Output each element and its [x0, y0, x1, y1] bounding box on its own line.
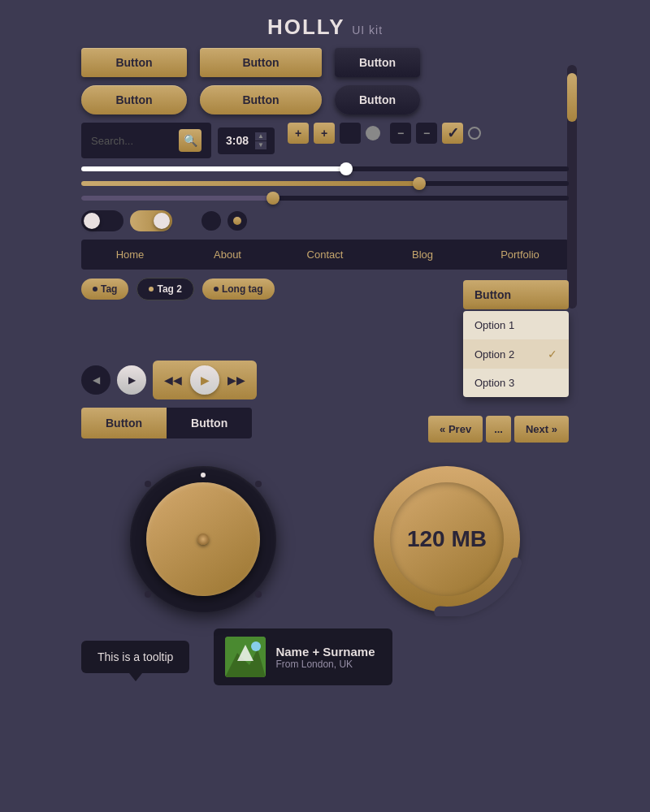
dropdown-option-2[interactable]: Option 2 ✓ [463, 339, 569, 369]
dropdown-button[interactable]: Button [463, 280, 569, 309]
dropdown-option-1[interactable]: Option 1 [463, 311, 569, 339]
stepper-up[interactable]: ▲ [255, 132, 266, 140]
radio-1[interactable] [202, 211, 221, 231]
ctrl-radio-empty[interactable] [468, 127, 481, 140]
search-placeholder: Search... [91, 135, 133, 147]
profile-image [225, 637, 266, 677]
mini-controls: + + − − ✓ [288, 123, 481, 144]
nav-home[interactable]: Home [81, 240, 179, 270]
slider-2[interactable] [81, 181, 569, 186]
nav-blog[interactable]: Blog [374, 240, 471, 270]
prev-track-button[interactable]: ◀ [81, 365, 110, 395]
dropdown-section: Button Option 1 Option 2 ✓ Option 3 [463, 280, 569, 309]
tag-3[interactable]: Long tag [202, 279, 275, 300]
play-main-button[interactable]: ▶ [190, 365, 219, 395]
button-2[interactable]: Button [200, 48, 322, 77]
app-title-sub: UI kit [352, 24, 383, 37]
search-input-wrapper[interactable]: Search... 🔍 [81, 123, 211, 158]
search-button[interactable]: 🔍 [179, 129, 202, 152]
button-3[interactable]: Button [335, 48, 420, 77]
scrollbar-thumb[interactable] [567, 73, 577, 122]
tag-1-dot [93, 287, 98, 292]
controls-row: Search... 🔍 3:08 ▲ ▼ + + − − ✓ [81, 123, 569, 158]
svg-point-0 [374, 466, 520, 612]
forward-button[interactable]: ▶▶ [223, 372, 250, 388]
tab-1[interactable]: Button [81, 408, 167, 438]
dropdown-menu: Option 1 Option 2 ✓ Option 3 [463, 311, 569, 397]
prev-page-button[interactable]: « Prev [428, 416, 483, 443]
time-input[interactable]: 3:08 ▲ ▼ [218, 127, 275, 154]
pagination: « Prev ... Next » [428, 416, 569, 443]
slider-3[interactable] [81, 196, 569, 201]
dropdown-option-3[interactable]: Option 3 [463, 369, 569, 397]
profile-location: From London, UK [275, 659, 381, 670]
slider-1-fill [81, 166, 349, 171]
nav-bar: Home About Contact Blog Portfolio [81, 240, 569, 270]
radio-2-inner [233, 217, 241, 225]
sliders-section [81, 166, 569, 201]
tag-1[interactable]: Tag [81, 279, 128, 300]
profile-name: Name + Surname [275, 645, 381, 659]
knob-indicator-dot [201, 473, 206, 477]
title-area: HOLLY UI kit [0, 0, 650, 48]
nav-contact[interactable]: Contact [276, 240, 374, 270]
nav-portfolio[interactable]: Portfolio [471, 240, 569, 270]
profile-mountain-svg [225, 637, 266, 677]
rewind-button[interactable]: ◀◀ [159, 372, 187, 388]
tag-3-dot [214, 287, 219, 292]
button-5[interactable]: Button [200, 85, 322, 114]
toggle-2[interactable] [130, 210, 172, 231]
tag-2-dot [149, 287, 154, 292]
main-content: Button Button Button Button Button Butto… [0, 48, 650, 685]
ctrl-plus-1[interactable]: + [288, 123, 309, 144]
scrollbar-track[interactable] [567, 65, 577, 309]
search-icon: 🔍 [184, 134, 197, 147]
ctrl-square-dark [340, 123, 361, 144]
progress-arc-svg [370, 462, 524, 616]
slider-3-thumb[interactable] [266, 192, 280, 205]
search-area: Search... 🔍 3:08 ▲ ▼ [81, 123, 275, 158]
time-stepper[interactable]: ▲ ▼ [255, 132, 266, 149]
button-1[interactable]: Button [81, 48, 187, 77]
slider-2-thumb[interactable] [413, 177, 426, 190]
page-dots-button[interactable]: ... [486, 416, 511, 443]
profile-card: Name + Surname From London, UK [214, 628, 392, 685]
knob-control[interactable] [130, 466, 276, 612]
knob-screw-bl [145, 591, 151, 598]
toggle-1-knob [84, 213, 100, 229]
button-6[interactable]: Button [335, 85, 420, 114]
progress-bg: 120 MB [374, 466, 520, 612]
nav-about[interactable]: About [179, 240, 276, 270]
tag-2[interactable]: Tag 2 [136, 278, 193, 300]
slider-1[interactable] [81, 166, 569, 171]
tag-1-label: Tag [101, 283, 117, 295]
ctrl-check[interactable]: ✓ [442, 123, 463, 144]
tooltip-profile-row: This is a tooltip Name + Surname From Lo… [81, 628, 569, 685]
knob-screw-br [255, 591, 262, 598]
dropdown-option-3-label: Option 3 [474, 377, 514, 389]
player-controls-group: ◀◀ ▶ ▶▶ [153, 361, 257, 400]
buttons-row-1: Button Button Button [81, 48, 569, 77]
tags-section: Tag Tag 2 Long tag [81, 278, 457, 312]
button-4[interactable]: Button [81, 85, 187, 114]
knob-inner-dial[interactable] [146, 482, 260, 596]
ctrl-minus-1[interactable]: − [390, 123, 411, 144]
next-page-button[interactable]: Next » [514, 416, 569, 443]
app-title-brand: HOLLY [267, 15, 345, 39]
buttons-row-2: Button Button Button [81, 85, 569, 114]
tag-2-label: Tag 2 [157, 283, 181, 295]
dropdown-option-1-label: Option 1 [474, 319, 514, 331]
tab-2[interactable]: Button [167, 408, 252, 438]
tabs-pagination-row: Button Button « Prev ... Next » [81, 408, 569, 450]
ctrl-plus-2[interactable]: + [314, 123, 335, 144]
radio-2[interactable] [228, 211, 247, 231]
ctrl-minus-2[interactable]: − [416, 123, 437, 144]
toggle-1[interactable] [81, 210, 124, 231]
play-button-circle[interactable]: ▶ [117, 365, 146, 395]
tags-list: Tag Tag 2 Long tag [81, 278, 457, 300]
slider-1-thumb[interactable] [340, 162, 353, 175]
stepper-down[interactable]: ▼ [255, 141, 266, 149]
tab-section: Button Button [81, 408, 252, 438]
slider-2-fill [81, 181, 422, 186]
profile-info: Name + Surname From London, UK [275, 645, 381, 670]
